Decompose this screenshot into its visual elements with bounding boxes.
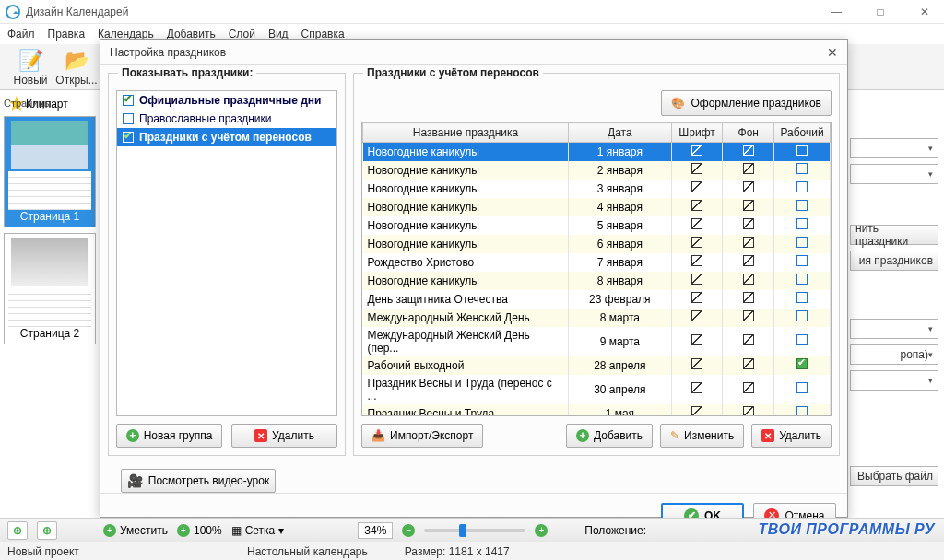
font-swatch[interactable] (691, 334, 702, 345)
holidays-button-1[interactable]: нить праздники (850, 225, 938, 245)
table-row[interactable]: Новогодние каникулы5 января (363, 216, 831, 235)
font-swatch[interactable] (691, 274, 702, 285)
font-swatch[interactable] (691, 310, 702, 321)
checkbox[interactable] (123, 113, 134, 124)
choose-file-button[interactable]: Выбрать файл (850, 466, 938, 486)
table-row[interactable]: Новогодние каникулы1 января (363, 143, 831, 161)
table-row[interactable]: Рождество Христово7 января (363, 253, 831, 272)
tree-item[interactable]: Православные праздники (117, 110, 336, 128)
add-page-button[interactable]: ⊕ (7, 521, 28, 540)
table-row[interactable]: Праздник Весны и Труда (перенос с ...30 … (363, 375, 831, 404)
work-checkbox[interactable] (796, 237, 808, 248)
video-tutorial-button[interactable]: 🎥Посмотреть видео-урок (121, 469, 276, 493)
bg-swatch[interactable] (743, 382, 754, 393)
bg-swatch[interactable] (743, 200, 754, 211)
table-row[interactable]: Международный Женский День (пер...9 март… (363, 327, 831, 356)
font-swatch[interactable] (691, 255, 702, 266)
font-swatch[interactable] (691, 292, 702, 303)
combo-4[interactable]: ропа)▾ (850, 344, 938, 365)
holiday-groups-tree[interactable]: Официальные праздничные дниПравославные … (116, 90, 337, 416)
work-checkbox[interactable] (796, 145, 808, 156)
work-checkbox[interactable] (796, 274, 808, 285)
col-name[interactable]: Название праздника (363, 123, 569, 143)
font-swatch[interactable] (691, 382, 702, 393)
combo-2[interactable]: ▾ (850, 164, 938, 184)
col-work[interactable]: Рабочий (774, 123, 831, 143)
work-checkbox[interactable] (796, 358, 808, 369)
add-holiday-button[interactable]: +Добавить (566, 424, 653, 448)
new-group-button[interactable]: +Новая группа (116, 424, 222, 448)
work-checkbox[interactable] (796, 382, 808, 393)
slider-knob[interactable] (459, 524, 466, 537)
work-checkbox[interactable] (796, 334, 808, 345)
bg-swatch[interactable] (743, 292, 754, 303)
table-row[interactable]: Рабочий выходной28 апреля (363, 356, 831, 375)
open-button[interactable]: 📂 Откры... (53, 48, 100, 87)
new-button[interactable]: 📝 Новый (7, 48, 53, 87)
bg-swatch[interactable] (743, 218, 754, 229)
minimize-button[interactable]: — (822, 6, 850, 18)
holidays-table[interactable]: Название праздника Дата Шрифт Фон Рабочи… (361, 122, 832, 416)
combo-3[interactable]: ▾ (850, 319, 938, 339)
delete-holiday-button[interactable]: ✕Удалить (751, 424, 832, 448)
tree-item[interactable]: Официальные праздничные дни (117, 91, 336, 110)
import-export-button[interactable]: 📥Импорт/Экспорт (361, 424, 483, 448)
zoom-value[interactable]: 34% (358, 522, 393, 539)
dialog-close-button[interactable]: ✕ (827, 45, 838, 60)
bg-swatch[interactable] (743, 334, 754, 345)
col-date[interactable]: Дата (569, 123, 672, 143)
work-checkbox[interactable] (796, 181, 808, 192)
combo-5[interactable]: ▾ (850, 370, 938, 391)
work-checkbox[interactable] (796, 406, 808, 416)
bg-swatch[interactable] (743, 406, 754, 416)
checkbox[interactable] (123, 95, 134, 106)
font-swatch[interactable] (691, 181, 702, 192)
checkbox[interactable] (123, 132, 134, 143)
zoom-out-button[interactable]: − (402, 524, 415, 537)
table-row[interactable]: Новогодние каникулы4 января (363, 198, 831, 216)
table-row[interactable]: День защитника Отечества23 февраля (363, 290, 831, 309)
font-swatch[interactable] (691, 218, 702, 229)
table-row[interactable]: Новогодние каникулы3 января (363, 180, 831, 198)
col-bg[interactable]: Фон (723, 123, 774, 143)
bg-swatch[interactable] (743, 181, 754, 192)
work-checkbox[interactable] (796, 292, 808, 303)
grid-button[interactable]: ▦Сетка ▾ (231, 524, 285, 537)
font-swatch[interactable] (691, 237, 702, 248)
duplicate-page-button[interactable]: ⊕ (37, 521, 57, 540)
bg-swatch[interactable] (743, 255, 754, 266)
work-checkbox[interactable] (796, 200, 808, 211)
bg-swatch[interactable] (743, 358, 754, 369)
table-row[interactable]: Новогодние каникулы2 января (363, 161, 831, 180)
font-swatch[interactable] (691, 406, 702, 416)
font-swatch[interactable] (691, 145, 702, 156)
fit-button[interactable]: +Уместить (103, 524, 168, 537)
table-row[interactable]: Международный Женский День8 марта (363, 309, 831, 327)
menu-file[interactable]: Файл (7, 28, 35, 41)
table-row[interactable]: Новогодние каникулы6 января (363, 235, 831, 253)
table-row[interactable]: Новогодние каникулы8 января (363, 272, 831, 290)
bg-swatch[interactable] (743, 274, 754, 285)
font-swatch[interactable] (691, 358, 702, 369)
combo-1[interactable]: ▾ (850, 138, 938, 158)
font-swatch[interactable] (691, 163, 702, 174)
col-font[interactable]: Шрифт (671, 123, 723, 143)
work-checkbox[interactable] (796, 255, 808, 266)
font-swatch[interactable] (691, 200, 702, 211)
bg-swatch[interactable] (743, 237, 754, 248)
close-button[interactable]: ✕ (911, 6, 938, 18)
zoom-slider[interactable] (424, 529, 525, 532)
menu-edit[interactable]: Правка (48, 28, 86, 41)
holidays-button-2[interactable]: ия праздников (850, 251, 938, 271)
tree-item[interactable]: Праздники с учётом переносов (117, 128, 336, 146)
page-thumb-2[interactable]: Страница 2 (4, 233, 96, 344)
maximize-button[interactable]: □ (867, 6, 894, 18)
decorate-button[interactable]: 🎨Оформление праздников (661, 90, 832, 116)
table-row[interactable]: Праздник Весны и Труда1 мая (363, 404, 831, 417)
edit-holiday-button[interactable]: ✎Изменить (660, 424, 744, 448)
work-checkbox[interactable] (796, 310, 808, 321)
zoom-in-button[interactable]: + (535, 524, 548, 537)
delete-group-button[interactable]: ✕Удалить (231, 424, 337, 448)
work-checkbox[interactable] (796, 163, 808, 174)
work-checkbox[interactable] (796, 218, 808, 229)
